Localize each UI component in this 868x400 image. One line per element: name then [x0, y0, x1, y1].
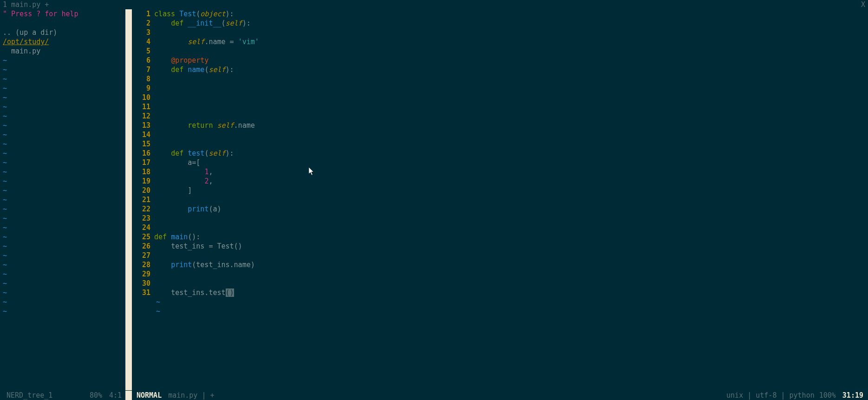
code-line [154, 93, 868, 102]
split-border [125, 362, 132, 372]
tabline: 1 main.py + X [0, 0, 868, 9]
line-number: 31 [132, 288, 150, 297]
nerdtree-root[interactable]: /opt/study/ [3, 37, 125, 46]
split-border [125, 74, 132, 84]
split-border [125, 37, 132, 46]
line-number: 8 [132, 74, 150, 84]
tilde-line: ~ [3, 307, 125, 316]
status-left-pos: 4:1 [102, 391, 125, 400]
vim-mode: NORMAL [137, 391, 168, 400]
line-number: 7 [132, 65, 150, 74]
line-number: 19 [132, 177, 150, 186]
code-line: ] [154, 186, 868, 195]
code-line [154, 74, 868, 84]
split-border [125, 297, 132, 307]
line-number: 24 [132, 223, 150, 232]
nerdtree-up-dir[interactable]: .. (up a dir) [3, 28, 125, 37]
code-line: a=[ [154, 158, 868, 167]
split-border [125, 334, 132, 344]
code-line [154, 223, 868, 232]
code-line: test_ins = Test() [154, 242, 868, 251]
split-border [125, 65, 132, 74]
split-border [125, 195, 132, 204]
status-filename: main.py | + [168, 391, 214, 400]
tilde-line: ~ [3, 56, 125, 65]
code-line: class Test(object): [154, 9, 868, 19]
code-line [154, 130, 868, 139]
split-border [125, 307, 132, 316]
split-border [125, 93, 132, 102]
tilde-line: ~ [3, 204, 125, 214]
split-border [125, 251, 132, 260]
split-border [125, 372, 132, 381]
line-number: 25 [132, 232, 150, 242]
nerdtree-file-main[interactable]: main.py [3, 46, 125, 56]
split-border [125, 344, 132, 353]
match-paren: ( [226, 289, 230, 297]
tilde-line: ~ [3, 232, 125, 242]
main-area: " Press ? for help .. (up a dir) /opt/st… [0, 9, 868, 391]
tilde-line: ~ [3, 74, 125, 84]
line-number: 9 [132, 84, 150, 93]
code-line: def __init__(self): [154, 19, 868, 28]
line-number: 6 [132, 56, 150, 65]
split-border [125, 232, 132, 242]
nerdtree-help: " Press ? for help [3, 9, 125, 19]
line-number: 1 [132, 9, 150, 19]
code-line [154, 46, 868, 56]
code-line: 2, [154, 177, 868, 186]
code-line [154, 195, 868, 204]
line-number: 13 [132, 121, 150, 130]
tilde-line: ~ [3, 84, 125, 93]
split-border [125, 214, 132, 223]
code-line [154, 84, 868, 93]
tab-close-icon[interactable]: X [861, 0, 865, 9]
status-nerdtree: NERD_tree_1 80% 4:1 [0, 391, 125, 400]
split-border [125, 149, 132, 158]
split-border [125, 84, 132, 93]
split-border [125, 381, 132, 390]
line-number: 2 [132, 19, 150, 28]
status-fileinfo: unix | utf-8 | python [726, 391, 819, 400]
code-line [154, 251, 868, 260]
line-number: 10 [132, 93, 150, 102]
code-area[interactable]: class Test(object): def __init__(self): … [154, 9, 868, 391]
split-border [125, 325, 132, 334]
tilde-line: ~ [3, 121, 125, 130]
tilde-line: ~ [3, 167, 125, 177]
tab-main[interactable]: 1 main.py + [0, 0, 52, 9]
line-number: 23 [132, 214, 150, 223]
tilde-line: ~ [3, 130, 125, 139]
tilde-line: ~ [3, 288, 125, 297]
tilde-line: ~ [3, 279, 125, 288]
editor-tilde: ~ [154, 297, 868, 307]
split-border [125, 269, 132, 279]
tilde-line: ~ [3, 111, 125, 121]
status-position: 31:19 [842, 391, 868, 400]
line-number: 20 [132, 186, 150, 195]
line-number: 14 [132, 130, 150, 139]
tilde-line: ~ [3, 251, 125, 260]
code-line: return self.name [154, 121, 868, 130]
code-line [154, 102, 868, 111]
tilde-line: ~ [3, 186, 125, 195]
tilde-line: ~ [3, 139, 125, 149]
line-number: 5 [132, 46, 150, 56]
status-editor: NORMAL main.py | + unix | utf-8 | python… [132, 391, 868, 400]
split-border [125, 46, 132, 56]
status-percent: 100% [819, 391, 842, 400]
nerdtree-sidebar[interactable]: " Press ? for help .. (up a dir) /opt/st… [0, 9, 125, 391]
split-border [125, 279, 132, 288]
code-line: print(a) [154, 204, 868, 214]
tilde-line: ~ [3, 102, 125, 111]
line-number: 28 [132, 260, 150, 269]
tilde-line: ~ [3, 269, 125, 279]
split-border [125, 316, 132, 325]
code-line: self.name = 'vim' [154, 37, 868, 46]
code-line: print(test_ins.name) [154, 260, 868, 269]
code-line: def main(): [154, 232, 868, 242]
code-line [154, 111, 868, 121]
tilde-line: ~ [3, 195, 125, 204]
editor-pane[interactable]: 1234567891011121314151617181920212223242… [132, 9, 868, 391]
line-number: 22 [132, 204, 150, 214]
